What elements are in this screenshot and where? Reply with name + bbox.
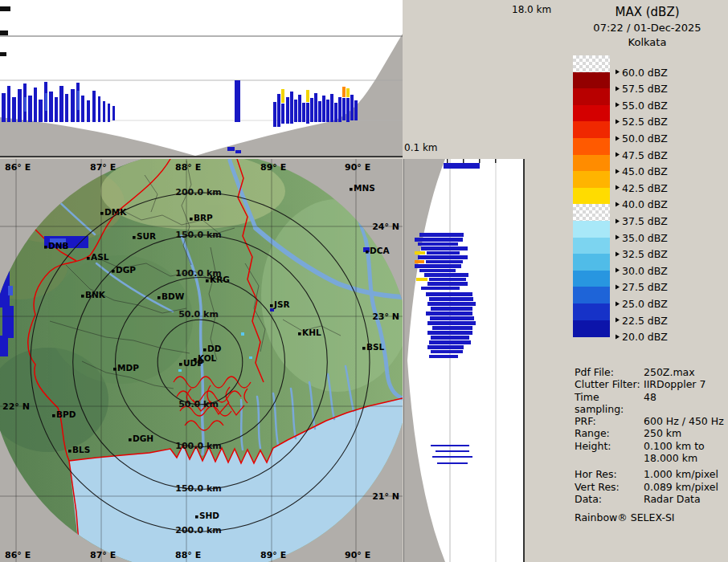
echo-bar	[294, 100, 297, 122]
scale-color-box	[573, 105, 610, 122]
scale-threshold-label: 37.5 dBZ	[616, 215, 668, 227]
info-label: Height:	[575, 440, 644, 452]
echo-bar	[326, 100, 329, 122]
info-row: Clutter Filter:IIRDoppler 7	[575, 378, 726, 390]
city-marker	[362, 347, 366, 350]
info-label: Clutter Filter:	[575, 378, 644, 390]
echo-bar	[346, 88, 350, 97]
echo-bar	[2, 306, 14, 338]
scale-threshold-label: 45.0 dBZ	[616, 165, 668, 177]
echo-bar	[98, 96, 100, 122]
info-label: Vert Res:	[575, 481, 644, 493]
echo-bar	[277, 94, 280, 127]
city-label: DNB	[48, 241, 69, 250]
echo-bar	[7, 86, 10, 122]
tick-mark	[0, 6, 10, 11]
echo-bar	[342, 87, 346, 97]
scale-color-box	[573, 204, 610, 221]
scale-color-box	[573, 155, 610, 172]
echo-bar	[346, 98, 350, 122]
range-ring-label: 150.0 km	[175, 483, 221, 494]
info-value: 1.000 km/pixel	[644, 468, 726, 480]
city-marker	[270, 304, 273, 307]
city-label: BRP	[194, 213, 213, 222]
info-label: Hor Res:	[575, 468, 644, 480]
arrow-icon	[616, 218, 620, 223]
lat-label: 21° N	[372, 491, 399, 502]
echo-bar	[81, 96, 84, 122]
echo-bar	[235, 150, 241, 153]
range-ring-label: 50.0 km	[178, 309, 219, 320]
arrow-icon	[616, 334, 620, 339]
lon-label: 86° E	[5, 162, 31, 173]
echo-bar	[302, 103, 305, 122]
echo-bar	[436, 450, 469, 452]
color-scale: 60.0 dBZ57.5 dBZ55.0 dBZ52.5 dBZ50.0 dBZ…	[573, 55, 726, 360]
echo-bar	[39, 100, 43, 122]
echo-bar	[415, 260, 424, 263]
echo-bar	[431, 350, 463, 353]
scale-label-text: 25.0 dBZ	[622, 298, 668, 310]
scale-threshold-label: 27.5 dBZ	[616, 281, 668, 293]
lon-label: 90° E	[345, 162, 370, 173]
echo-bar	[338, 97, 342, 122]
scale-label-text: 20.0 dBZ	[622, 331, 668, 343]
range-ring-label: 200.0 km	[175, 187, 221, 198]
echo-bar	[2, 93, 6, 122]
echo-bar	[55, 97, 58, 122]
scale-color-box	[573, 303, 610, 320]
arrow-icon	[616, 284, 620, 289]
scale-threshold-label: 60.0 dBZ	[616, 66, 668, 78]
city-marker	[81, 295, 84, 298]
city-marker	[203, 348, 207, 352]
scale-threshold-label: 30.0 dBZ	[616, 264, 668, 276]
echo-bar	[318, 101, 321, 122]
scale-label-text: 57.5 dBZ	[622, 83, 668, 95]
lon-label: 89° E	[260, 162, 286, 173]
lat-label: 22° N	[2, 401, 30, 412]
arrow-icon	[616, 86, 620, 91]
echo-bar	[427, 302, 476, 306]
info-value: 600 Hz / 450 Hz	[644, 415, 726, 427]
echo-bar	[49, 92, 53, 122]
echo-bar	[427, 321, 476, 325]
scale-color-box	[573, 287, 610, 303]
info-row: Pdf File:250Z.max	[575, 366, 726, 378]
echo-bar	[444, 163, 480, 169]
echo-bar	[59, 86, 63, 122]
echo-bar	[421, 287, 460, 290]
panel-border	[523, 159, 525, 562]
arrow-icon	[616, 318, 620, 323]
echo-bar	[8, 286, 13, 295]
lon-label: 87° E	[90, 162, 116, 173]
city-label: MNS	[354, 183, 375, 193]
echo-bar	[112, 106, 115, 120]
echo-bar	[421, 246, 468, 250]
echo-bar	[416, 278, 427, 281]
echo-bar	[330, 94, 333, 122]
info-label: Pdf File:	[575, 366, 644, 378]
echo-bar	[235, 80, 240, 122]
echo-bar	[298, 95, 301, 122]
info-row: PRF:600 Hz / 450 Hz	[575, 415, 726, 427]
scale-label-text: 45.0 dBZ	[622, 165, 668, 177]
echo-bar	[432, 456, 472, 458]
product-title: MAX (dBZ)	[566, 5, 728, 19]
city-label: MDP	[117, 363, 139, 373]
city-label: KHL	[302, 328, 321, 337]
city-marker	[68, 450, 72, 453]
echo-bar	[103, 101, 105, 122]
city-marker	[350, 188, 353, 191]
scale-threshold-label: 47.5 dBZ	[616, 149, 668, 161]
echo-bar	[432, 326, 472, 330]
height-axis-min-label: 0.1 km	[404, 142, 438, 153]
echo-bar	[419, 269, 456, 272]
info-row: Hor Res:1.000 km/pixel	[575, 468, 726, 480]
city-label: BDW	[162, 291, 185, 301]
arrow-icon	[616, 103, 620, 108]
echo-bar	[322, 96, 325, 122]
scale-threshold-label: 35.0 dBZ	[616, 231, 668, 243]
city-marker	[100, 212, 104, 215]
info-value: IIRDoppler 7	[644, 378, 726, 390]
lat-label: 24° N	[372, 222, 399, 232]
